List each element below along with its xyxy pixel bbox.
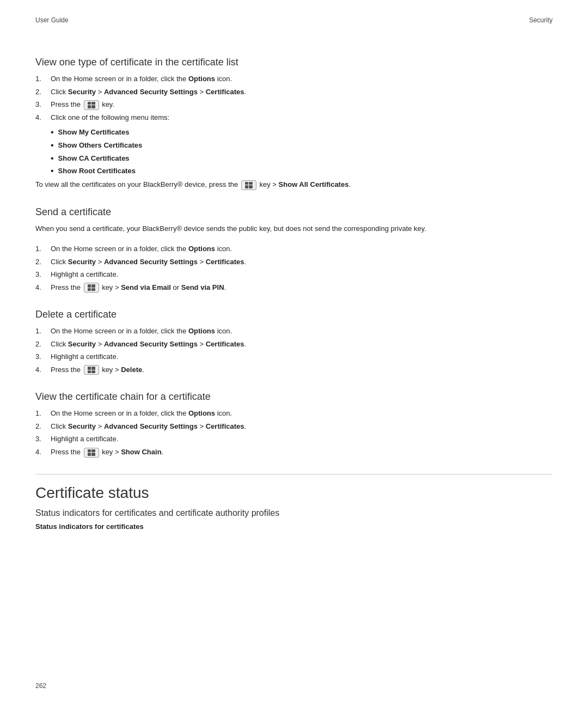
section-send-cert: Send a certificate When you send a certi… xyxy=(35,206,553,293)
section1-steps: 1. On the Home screen or in a folder, cl… xyxy=(35,74,553,123)
section1-bullet-list: • Show My Certificates • Show Others Cer… xyxy=(51,127,553,177)
section4-step1: 1. On the Home screen or in a folder, cl… xyxy=(35,408,553,419)
section2-intro: When you send a certificate, your BlackB… xyxy=(35,223,553,234)
section1-title: View one type of certificate in the cert… xyxy=(35,57,553,68)
section2-step1: 1. On the Home screen or in a folder, cl… xyxy=(35,244,553,254)
section5-sub-bold: Status indicators for certificates xyxy=(35,522,553,531)
section4-title: View the certificate chain for a certifi… xyxy=(35,391,553,403)
section1-note: To view all the certificates on your Bla… xyxy=(35,179,553,190)
bullet-show-root-certs: • Show Root Certificates xyxy=(51,166,553,177)
header-left: User Guide xyxy=(35,16,69,24)
bullet-show-others-certs: • Show Others Certificates xyxy=(51,140,553,151)
section4-step4: 4. Press the key > Show Chain. xyxy=(35,447,553,458)
bb-key-icon-s3 xyxy=(84,365,99,375)
section3-title: Delete a certificate xyxy=(35,309,553,320)
section1-step1: 1. On the Home screen or in a folder, cl… xyxy=(35,74,553,84)
page-header: User Guide Security xyxy=(35,16,553,24)
security-bold: Security xyxy=(68,88,96,96)
section2-step3: 3. Highlight a certificate. xyxy=(35,269,553,280)
section2-step4: 4. Press the key > Send via Email or Sen… xyxy=(35,282,553,293)
section5-subtitle: Status indicators for certificates and c… xyxy=(35,508,553,518)
options-bold: Options xyxy=(188,75,215,83)
section3-step1: 1. On the Home screen or in a folder, cl… xyxy=(35,326,553,337)
section-delete-cert: Delete a certificate 1. On the Home scre… xyxy=(35,309,553,375)
section2-step2: 2. Click Security > Advanced Security Se… xyxy=(35,257,553,267)
page-footer: 262 xyxy=(35,682,46,690)
section3-step3: 3. Highlight a certificate. xyxy=(35,351,553,362)
section3-step2: 2. Click Security > Advanced Security Se… xyxy=(35,339,553,350)
show-all-certs-bold: Show All Certificates xyxy=(279,180,349,188)
section-cert-status: Certificate status Status indicators for… xyxy=(35,474,553,531)
page-number: 262 xyxy=(35,682,46,690)
bb-key-icon xyxy=(84,100,99,110)
section2-steps: 1. On the Home screen or in a folder, cl… xyxy=(35,244,553,293)
bullet-show-my-certs: • Show My Certificates xyxy=(51,127,553,138)
section-view-cert-type: View one type of certificate in the cert… xyxy=(35,57,553,190)
section4-step2: 2. Click Security > Advanced Security Se… xyxy=(35,421,553,432)
page-container: User Guide Security View one type of cer… xyxy=(0,0,588,706)
section-view-cert-chain: View the certificate chain for a certifi… xyxy=(35,391,553,457)
section3-steps: 1. On the Home screen or in a folder, cl… xyxy=(35,326,553,375)
section4-steps: 1. On the Home screen or in a folder, cl… xyxy=(35,408,553,457)
certificates-bold: Certificates xyxy=(206,88,244,96)
adv-security-bold: Advanced Security Settings xyxy=(104,88,198,96)
section2-title: Send a certificate xyxy=(35,206,553,218)
section5-title: Certificate status xyxy=(35,474,553,502)
section1-step3: 3. Press the key. xyxy=(35,99,553,110)
section1-step4: 4. Click one of the following menu items… xyxy=(35,112,553,123)
section1-step2: 2. Click Security > Advanced Security Se… xyxy=(35,87,553,98)
bb-key-icon-note xyxy=(241,180,256,190)
bullet-show-ca-certs: • Show CA Certificates xyxy=(51,153,553,165)
section4-step3: 3. Highlight a certificate. xyxy=(35,434,553,445)
bb-key-icon-s4 xyxy=(84,448,99,458)
bb-key-icon-s2 xyxy=(84,283,99,293)
section3-step4: 4. Press the key > Delete. xyxy=(35,364,553,375)
header-right: Security xyxy=(529,16,553,24)
